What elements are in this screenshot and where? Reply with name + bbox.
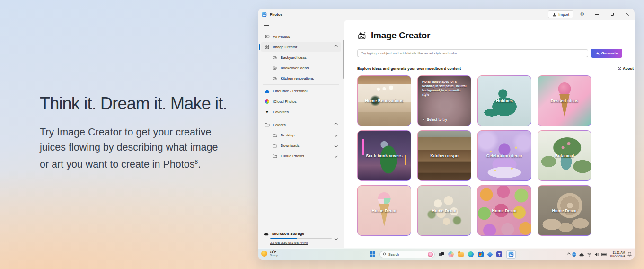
tile-label: Home Decor [418,208,471,213]
taskbar-clock[interactable]: 11:11 AM 10/22/2024 [609,251,625,258]
heart-icon: ♥ [265,110,270,114]
sidebar-item-icloud-folder[interactable]: iCloud Photos [261,151,341,161]
clock-time: 11:11 AM [609,251,625,255]
generate-button[interactable]: Generate [591,49,622,58]
tile-label: Home Decor [358,208,411,213]
tile-home-decor-pottery[interactable]: Home Decor [538,185,591,236]
tile-home-decor-bouquet[interactable]: Home Decor [417,185,471,236]
tile-dessert-ideas[interactable]: Dessert ideas [538,75,591,126]
tile-kitchen-inspo[interactable]: Kitchen inspo [417,130,471,181]
sidebar-label: Desktop [281,133,294,137]
weather-widget[interactable]: 78°F Sunny [261,250,278,257]
chevron-down-icon[interactable] [335,233,337,242]
start-button[interactable] [370,251,375,257]
sidebar-item-favorites[interactable]: ♥ Favorites [261,107,341,117]
sidebar-item-backyard-ideas[interactable]: Backyard ideas [261,53,341,62]
tile-home-decor-cone[interactable]: Home Decor [357,185,411,236]
sidebar-item-image-creator[interactable]: Image Creator [261,42,341,52]
chevron-up-icon[interactable] [335,122,337,126]
tile-image: Floral tablescapes for a wedding in soft… [418,76,471,126]
sidebar-item-bookcover-ideas[interactable]: Bookcover ideas [261,63,341,72]
taskbar-search[interactable]: Search [379,251,435,258]
wifi-icon[interactable] [587,252,592,257]
notification-bell-icon[interactable] [627,252,632,257]
sidebar-label: Folders [273,123,286,127]
file-explorer-icon[interactable] [458,252,464,257]
tile-celebration-decor[interactable]: Celebration decor [477,130,531,181]
sidebar-label: Kitchen renovations [281,76,314,81]
tile-image: Home Renovations [358,76,411,126]
cursor-icon [422,118,425,121]
storage-usage-link[interactable]: 2.2 GB used of 5 GB (44%) [270,241,332,244]
task-view-button[interactable] [439,252,444,257]
window-controls [594,11,631,18]
photos-taskbar-icon-active[interactable] [506,250,516,259]
tile-image: Celebration decor [478,131,531,180]
sidebar-item-icloud-photos[interactable]: iCloud Photos [261,97,341,106]
tray-chevron-up-icon[interactable] [568,253,570,256]
hamburger-menu-icon[interactable] [264,24,269,27]
copilot-icon[interactable] [448,251,454,257]
chevron-down-icon[interactable] [335,133,337,137]
tile-label: Home Decor [538,208,591,213]
select-to-try[interactable]: Select to try [422,117,447,122]
tile-label: Sci-fi book covers [358,153,411,158]
sidebar-item-desktop[interactable]: Desktop [261,130,341,140]
sidebar-item-downloads[interactable]: Downloads [261,141,341,150]
edge-browser-icon[interactable] [468,251,474,257]
storage-label: Microsoft Storage [272,232,304,236]
clock-date: 10/22/2024 [609,254,625,258]
tray-app-icon[interactable] [572,252,576,257]
restore-button[interactable] [609,11,616,18]
sidebar-item-all-photos[interactable]: All Photos [261,32,341,41]
weather-temp: 78°F [270,250,278,254]
microsoft-store-icon[interactable] [478,252,484,257]
info-icon: i [618,67,621,70]
tile-hobbies[interactable]: Hobbies [477,75,531,126]
onedrive-cloud-icon [265,89,270,93]
hero-body-text: Try Image Creator to get your creative j… [40,126,218,170]
windows-screen: Photos Import ⚙ All Photos [258,9,635,260]
battery-icon[interactable] [601,253,607,256]
sidebar-item-folders[interactable]: Folders [261,120,341,129]
chevron-down-icon[interactable] [335,153,337,158]
import-button[interactable]: Import [548,10,573,18]
sidebar-label: Bookcover ideas [281,66,309,70]
tile-label: Kitchen inspo [418,153,471,158]
tile-scifi-book-covers[interactable]: Sci-fi book covers [357,130,411,181]
sidebar-item-onedrive[interactable]: OneDrive - Personal [261,86,341,96]
page-title: Image Creator [371,30,430,41]
chevron-up-icon[interactable] [335,45,337,49]
sidebar-label: Favorites [273,110,289,114]
import-label: Import [558,12,569,17]
sidebar-item-kitchen-renovations[interactable]: Kitchen renovations [261,73,341,83]
volume-icon[interactable] [594,252,599,257]
generate-label: Generate [601,51,618,55]
chevron-down-icon[interactable] [335,143,337,147]
teams-icon[interactable]: T [496,251,502,257]
search-highlight-flower-icon [428,252,433,257]
sidebar-label: iCloud Photos [273,99,297,104]
tile-home-decor-macarons[interactable]: Home Decor [477,185,531,236]
about-button[interactable]: i About [618,66,634,71]
image-creator-page: Image Creator Generate Explore ideas and… [344,20,635,248]
tile-home-renovations[interactable]: Home Renovations [357,75,411,126]
prompt-input[interactable] [357,49,588,57]
tile-image: Home Decor [358,186,411,235]
minimize-button[interactable] [594,11,600,18]
sidebar-divider [263,118,339,118]
settings-gear-icon[interactable]: ⚙ [580,12,584,17]
sidebar-scrollbar[interactable] [343,40,344,79]
tile-floral-prompt[interactable]: Floral tablescapes for a wedding in soft… [417,75,471,126]
folder-icon [272,143,277,148]
tile-botanical[interactable]: Botanical [538,130,591,181]
storage-cloud-icon [264,232,269,236]
close-button[interactable] [624,11,631,18]
tile-label: Home Decor [478,208,531,213]
tile-image: Hobbies [478,76,531,126]
image-creator-project-icon [272,65,277,70]
diamond-app-icon[interactable] [487,251,493,258]
onedrive-tray-icon[interactable] [579,252,584,257]
app-identity: Photos [262,12,282,17]
hero-body-period: . [198,159,201,170]
